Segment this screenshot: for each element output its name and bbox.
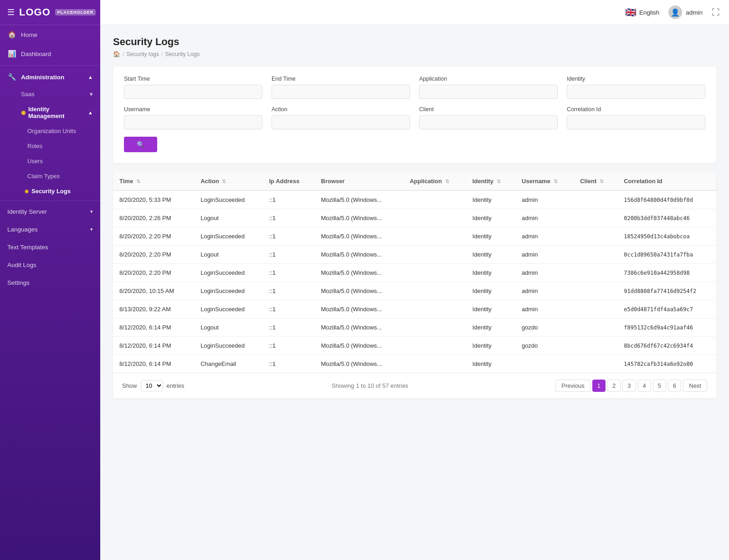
cell-application: [403, 264, 466, 282]
col-browser[interactable]: Browser: [315, 172, 404, 190]
cell-time: 8/20/2020, 2:20 PM: [113, 246, 194, 264]
breadcrumb: 🏠 / Security logs / Security Logs: [113, 51, 716, 57]
filter-row-1: Start Time End Time Application Identity: [124, 76, 705, 99]
username-label: Username: [124, 106, 262, 113]
fullscreen-icon[interactable]: ⛶: [712, 8, 720, 17]
cell-ip: ::1: [263, 355, 315, 373]
sidebar-item-roles[interactable]: Roles: [0, 139, 100, 154]
username-input[interactable]: [124, 115, 262, 129]
sidebar-item-saas[interactable]: Saas ▾: [0, 87, 100, 102]
col-application[interactable]: Application ⇅: [403, 172, 466, 190]
page-btn-3[interactable]: 3: [622, 380, 636, 392]
page-btn-1[interactable]: 1: [592, 380, 606, 392]
sidebar-item-users[interactable]: Users: [0, 154, 100, 169]
identity-mgmt-label: Identity Management: [28, 106, 85, 119]
page-btn-2[interactable]: 2: [607, 380, 621, 392]
table-row: 8/20/2020, 2:20 PM LoginSucceeded ::1 Mo…: [113, 264, 716, 282]
col-correlation-id[interactable]: Correlation Id: [617, 172, 716, 190]
sidebar-home-label: Home: [21, 31, 37, 38]
page-btn-5[interactable]: 5: [653, 380, 666, 392]
roles-label: Roles: [27, 143, 42, 149]
cell-client: [574, 282, 617, 300]
cell-ip: ::1: [263, 319, 315, 337]
sidebar-item-claim-types[interactable]: Claim Types: [0, 169, 100, 184]
search-button[interactable]: 🔍: [124, 137, 157, 152]
users-label: Users: [27, 158, 43, 164]
col-client[interactable]: Client ⇅: [574, 172, 617, 190]
end-time-label: End Time: [272, 76, 410, 82]
show-entries-select[interactable]: 10 25 50: [141, 380, 163, 391]
sidebar-item-languages[interactable]: Languages ▾: [0, 221, 100, 238]
sidebar-item-audit-logs[interactable]: Audit Logs: [0, 256, 100, 274]
nav-divider: [0, 65, 100, 66]
cell-identity: Identity: [466, 209, 515, 227]
cell-time: 8/12/2020, 6:14 PM: [113, 355, 194, 373]
sort-icon-time: ⇅: [136, 179, 140, 184]
page-btn-6[interactable]: 6: [668, 380, 681, 392]
main-area: 🇬🇧 English 👤 admin ⛶ Security Logs 🏠 / S…: [100, 0, 729, 560]
table-row: 8/12/2020, 6:14 PM LoginSucceeded ::1 Mo…: [113, 337, 716, 355]
sidebar-item-text-templates[interactable]: Text Templates: [0, 238, 100, 256]
identity-mgmt-children: Organization Units Roles Users Claim Typ…: [0, 123, 100, 199]
language-selector[interactable]: 🇬🇧 English: [625, 7, 659, 18]
page-btn-4[interactable]: 4: [638, 380, 651, 392]
cell-application: [403, 190, 466, 209]
cell-correlation-id: 18524950d13c4abobcoa: [617, 227, 716, 246]
col-time[interactable]: Time ⇅: [113, 172, 194, 190]
next-button[interactable]: Next: [683, 380, 707, 392]
table-row: 8/20/2020, 5:33 PM LoginSucceeded ::1 Mo…: [113, 190, 716, 209]
cell-identity: Identity: [466, 264, 515, 282]
sidebar-item-identity-management[interactable]: ◉ Identity Management ▲: [0, 102, 100, 123]
cell-username: gozdo: [515, 319, 574, 337]
identity-input[interactable]: [567, 85, 705, 99]
client-input[interactable]: [419, 115, 558, 129]
sidebar-item-administration[interactable]: 🔧 Administration ▲: [0, 67, 100, 87]
cell-correlation-id: e5d0d4871fdf4aa5a69c7: [617, 300, 716, 319]
nav-divider-2: [0, 200, 100, 201]
sidebar-item-identity-server[interactable]: Identity Server ▾: [0, 203, 100, 221]
cell-identity: Identity: [466, 282, 515, 300]
cell-ip: ::1: [263, 282, 315, 300]
cell-application: [403, 209, 466, 227]
col-action[interactable]: Action ⇅: [194, 172, 262, 190]
sidebar-item-security-logs[interactable]: Security Logs: [0, 184, 100, 199]
language-label: English: [639, 9, 659, 16]
page-title: Security Logs: [113, 36, 716, 48]
sidebar-item-dashboard[interactable]: 📊 Dashboard: [0, 44, 100, 63]
administration-chevron: ▲: [88, 74, 93, 80]
correlation-id-input[interactable]: [567, 115, 705, 129]
filter-group-client: Client: [419, 106, 558, 129]
show-label: Show: [122, 382, 137, 389]
cell-identity: Identity: [466, 355, 515, 373]
col-identity[interactable]: Identity ⇅: [466, 172, 515, 190]
cell-username: admin: [515, 209, 574, 227]
show-entries: Show 10 25 50 entries: [122, 380, 185, 391]
col-username[interactable]: Username ⇅: [515, 172, 574, 190]
cell-client: [574, 227, 617, 246]
breadcrumb-security-logs-1: Security logs: [126, 51, 159, 57]
user-area[interactable]: 👤 admin: [668, 5, 703, 19]
cell-browser: Mozilla/5.0 (Windows...: [315, 355, 404, 373]
action-input[interactable]: [272, 115, 410, 129]
cell-identity: Identity: [466, 300, 515, 319]
col-ip[interactable]: Ip Address: [263, 172, 315, 190]
sidebar-item-settings[interactable]: Settings: [0, 274, 100, 292]
cell-identity: Identity: [466, 319, 515, 337]
identity-server-chevron: ▾: [90, 209, 93, 215]
sidebar-item-org-units[interactable]: Organization Units: [0, 123, 100, 139]
cell-identity: Identity: [466, 246, 515, 264]
start-time-input[interactable]: [124, 85, 262, 99]
hamburger-icon[interactable]: ☰: [7, 7, 15, 17]
cell-client: [574, 190, 617, 209]
cell-time: 8/20/2020, 10:15 AM: [113, 282, 194, 300]
prev-button[interactable]: Previous: [555, 380, 590, 392]
cell-time: 8/20/2020, 2:20 PM: [113, 227, 194, 246]
end-time-input[interactable]: [272, 85, 410, 99]
table-row: 8/20/2020, 10:15 AM LoginSucceeded ::1 M…: [113, 282, 716, 300]
cell-correlation-id: 156d8f64800d4f0d9bf0d: [617, 190, 716, 209]
cell-username: [515, 355, 574, 373]
application-input[interactable]: [419, 85, 558, 99]
cell-identity: Identity: [466, 227, 515, 246]
sidebar-item-home[interactable]: 🏠 Home: [0, 25, 100, 44]
administration-subnav: Saas ▾ ◉ Identity Management ▲ Organizat…: [0, 87, 100, 199]
